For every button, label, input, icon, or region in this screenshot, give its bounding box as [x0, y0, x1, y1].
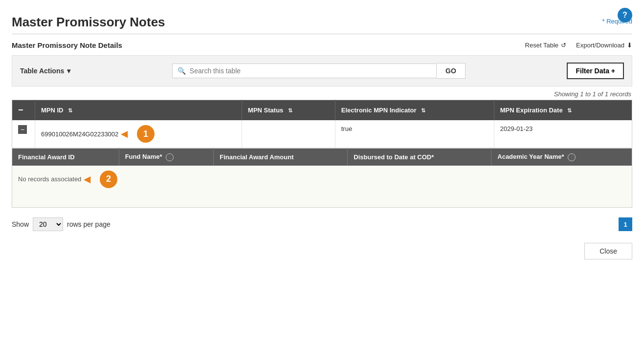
fund-name-info-icon[interactable]: ℹ — [166, 153, 174, 161]
cell-mpn-status — [242, 120, 335, 148]
main-table-header-row: − MPN ID ⇅ MPN Status ⇅ Electronic MPN I… — [12, 100, 632, 121]
sub-table: Financial Award ID Fund Name* ℹ Financia… — [12, 148, 632, 208]
reset-icon: ↺ — [561, 42, 566, 49]
col-mpn-id[interactable]: MPN ID ⇅ — [35, 100, 242, 121]
page-1-button[interactable]: 1 — [619, 217, 632, 231]
export-download-button[interactable]: Export/Download ⬇ — [576, 42, 632, 49]
help-icon: ? — [622, 11, 627, 20]
col-mpn-expiration[interactable]: MPN Expiration Date ⇅ — [494, 100, 632, 121]
rows-per-page-area: Show 20 50 100 rows per page — [12, 217, 111, 231]
row-collapse-cell[interactable]: − — [12, 120, 35, 148]
rows-per-page-select[interactable]: 20 50 100 — [33, 217, 63, 231]
cell-electronic-mpn: true — [335, 120, 494, 148]
sub-col-disbursed-to-date[interactable]: Disbursed to Date at COD* — [348, 149, 491, 166]
pagination: 1 — [619, 217, 632, 231]
no-records-cell: No records associated ◄ 2 — [12, 166, 632, 193]
cell-mpn-id: 699010026M24G02233002 ◄ 1 — [35, 120, 242, 148]
sort-icon-mpn-expiration: ⇅ — [567, 107, 572, 114]
academic-year-info-icon[interactable]: ℹ — [568, 153, 576, 161]
main-table: − MPN ID ⇅ MPN Status ⇅ Electronic MPN I… — [12, 100, 632, 148]
table-actions-button[interactable]: Table Actions ▾ — [20, 67, 70, 75]
search-area: 🔍 GO — [172, 63, 466, 79]
sub-col-academic-year-name[interactable]: Academic Year Name* ℹ — [491, 149, 632, 166]
annotation-circle-1: 1 — [137, 125, 155, 143]
sub-col-fund-name[interactable]: Fund Name* ℹ — [119, 149, 214, 166]
row-collapse-icon[interactable]: − — [18, 125, 27, 134]
search-wrapper: 🔍 — [172, 64, 437, 78]
sort-icon-mpn-status: ⇅ — [288, 107, 292, 114]
close-button-row: Close — [12, 243, 632, 259]
close-button[interactable]: Close — [584, 243, 632, 259]
table-actions-label: Table Actions — [20, 67, 64, 75]
reset-table-button[interactable]: Reset Table ↺ — [525, 42, 566, 49]
section-title: Master Promissory Note Details — [12, 41, 122, 49]
minus-icon: − — [18, 105, 23, 115]
help-button[interactable]: ? — [618, 8, 632, 22]
filter-data-button[interactable]: Filter Data + — [567, 63, 624, 79]
sort-icon-mpn-id: ⇅ — [68, 107, 72, 114]
page-header: Master Promissory Notes * Required — [12, 15, 632, 30]
sub-col-financial-award-amount[interactable]: Financial Award Amount — [214, 149, 348, 166]
col-mpn-status[interactable]: MPN Status ⇅ — [242, 100, 335, 121]
annotation-arrow-1: ◄ — [118, 127, 130, 141]
cell-mpn-expiration: 2029-01-23 — [494, 120, 632, 148]
sub-table-no-records-row: No records associated ◄ 2 — [12, 166, 632, 193]
download-icon: ⬇ — [627, 42, 632, 49]
footer-row: Show 20 50 100 rows per page 1 — [12, 217, 632, 231]
annotation-circle-2: 2 — [100, 171, 117, 188]
annotation-arrow-2: ◄ — [81, 172, 93, 186]
export-download-label: Export/Download — [576, 42, 624, 49]
rows-per-page-label: rows per page — [67, 220, 111, 228]
sub-col-financial-award-id[interactable]: Financial Award ID — [12, 149, 119, 166]
reset-table-label: Reset Table — [525, 42, 558, 49]
header-divider — [12, 34, 632, 34]
table-row: − 699010026M24G02233002 ◄ 1 true 2029-01… — [12, 120, 632, 148]
page-title: Master Promissory Notes — [12, 15, 165, 30]
sort-icon-electronic-mpn: ⇅ — [421, 107, 425, 114]
col-electronic-mpn[interactable]: Electronic MPN Indicator ⇅ — [335, 100, 494, 121]
search-icon: 🔍 — [178, 67, 186, 75]
section-header: Master Promissory Note Details Reset Tab… — [12, 41, 632, 49]
collapse-col-header: − — [12, 100, 35, 121]
sub-table-header-row: Financial Award ID Fund Name* ℹ Financia… — [12, 149, 632, 166]
table-toolbar: Table Actions ▾ 🔍 GO Filter Data + — [12, 55, 632, 86]
sub-table-spacer-row — [12, 193, 632, 208]
records-info: Showing 1 to 1 of 1 records — [12, 90, 632, 98]
go-button[interactable]: GO — [437, 63, 466, 79]
header-actions: Reset Table ↺ Export/Download ⬇ — [525, 42, 632, 49]
search-input[interactable] — [190, 67, 431, 75]
chevron-down-icon: ▾ — [67, 67, 70, 75]
show-label: Show — [12, 220, 29, 228]
